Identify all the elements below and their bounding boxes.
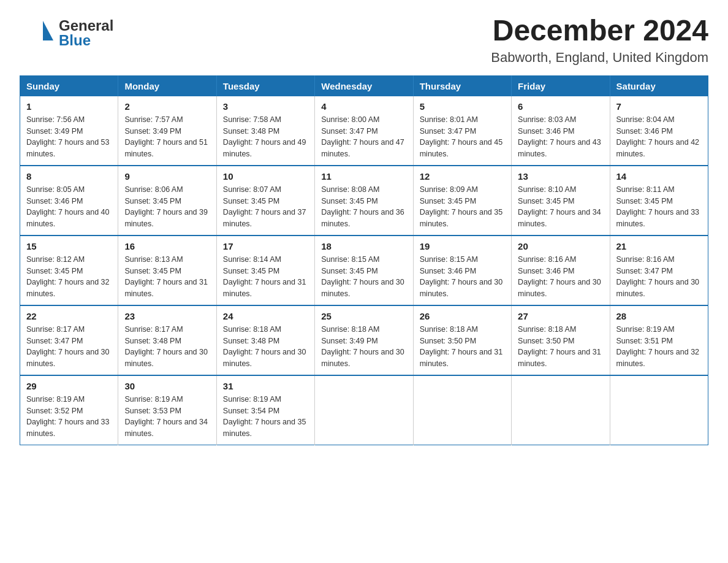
day-number: 19: [420, 241, 505, 251]
day-info: Sunrise: 8:04 AMSunset: 3:46 PMDaylight:…: [616, 114, 702, 160]
calendar-cell: 29Sunrise: 8:19 AMSunset: 3:52 PMDayligh…: [20, 375, 118, 445]
day-of-week-header: Friday: [512, 75, 610, 96]
calendar-cell: 4Sunrise: 8:00 AMSunset: 3:47 PMDaylight…: [315, 96, 413, 166]
calendar-week-row: 1Sunrise: 7:56 AMSunset: 3:49 PMDaylight…: [20, 96, 708, 166]
day-number: 9: [124, 171, 210, 182]
calendar-header-row: SundayMondayTuesdayWednesdayThursdayFrid…: [20, 75, 708, 96]
day-number: 8: [26, 171, 112, 182]
day-number: 28: [616, 311, 702, 321]
svg-marker-0: [43, 21, 53, 40]
day-info: Sunrise: 8:15 AMSunset: 3:46 PMDaylight:…: [420, 254, 505, 300]
day-info: Sunrise: 8:01 AMSunset: 3:47 PMDaylight:…: [420, 114, 505, 160]
day-of-week-header: Tuesday: [216, 75, 314, 96]
day-number: 14: [616, 171, 702, 182]
calendar-cell: [610, 375, 708, 445]
calendar-cell: 18Sunrise: 8:15 AMSunset: 3:45 PMDayligh…: [315, 236, 413, 305]
logo-icon: [20, 15, 56, 52]
day-info: Sunrise: 8:18 AMSunset: 3:48 PMDaylight:…: [223, 324, 308, 370]
calendar-cell: 11Sunrise: 8:08 AMSunset: 3:45 PMDayligh…: [315, 166, 413, 236]
calendar-cell: 1Sunrise: 7:56 AMSunset: 3:49 PMDaylight…: [20, 96, 118, 166]
day-number: 2: [124, 101, 210, 112]
calendar-week-row: 15Sunrise: 8:12 AMSunset: 3:45 PMDayligh…: [20, 236, 708, 305]
day-info: Sunrise: 8:03 AMSunset: 3:46 PMDaylight:…: [518, 114, 603, 160]
calendar-cell: [512, 375, 610, 445]
day-info: Sunrise: 8:07 AMSunset: 3:45 PMDaylight:…: [223, 184, 308, 230]
day-number: 6: [518, 101, 603, 112]
calendar-cell: 14Sunrise: 8:11 AMSunset: 3:45 PMDayligh…: [610, 166, 708, 236]
day-of-week-header: Sunday: [20, 75, 118, 96]
day-number: 15: [26, 241, 112, 251]
calendar-cell: 19Sunrise: 8:15 AMSunset: 3:46 PMDayligh…: [413, 236, 511, 305]
day-number: 29: [26, 381, 112, 391]
calendar-week-row: 29Sunrise: 8:19 AMSunset: 3:52 PMDayligh…: [20, 375, 708, 445]
day-number: 18: [321, 241, 406, 251]
day-info: Sunrise: 8:16 AMSunset: 3:46 PMDaylight:…: [518, 254, 603, 300]
calendar-cell: 15Sunrise: 8:12 AMSunset: 3:45 PMDayligh…: [20, 236, 118, 305]
calendar-cell: 8Sunrise: 8:05 AMSunset: 3:46 PMDaylight…: [20, 166, 118, 236]
logo: General Blue: [20, 15, 113, 52]
day-number: 11: [321, 171, 406, 182]
day-info: Sunrise: 8:16 AMSunset: 3:47 PMDaylight:…: [616, 254, 702, 300]
calendar-week-row: 22Sunrise: 8:17 AMSunset: 3:47 PMDayligh…: [20, 305, 708, 375]
day-info: Sunrise: 8:18 AMSunset: 3:50 PMDaylight:…: [518, 324, 603, 370]
logo-words: General Blue: [59, 18, 113, 48]
day-of-week-header: Wednesday: [315, 75, 413, 96]
day-number: 26: [420, 311, 505, 321]
day-info: Sunrise: 8:15 AMSunset: 3:45 PMDaylight:…: [321, 254, 406, 300]
calendar-cell: 22Sunrise: 8:17 AMSunset: 3:47 PMDayligh…: [20, 305, 118, 375]
calendar-cell: 21Sunrise: 8:16 AMSunset: 3:47 PMDayligh…: [610, 236, 708, 305]
day-info: Sunrise: 8:11 AMSunset: 3:45 PMDaylight:…: [616, 184, 702, 230]
day-info: Sunrise: 8:10 AMSunset: 3:45 PMDaylight:…: [518, 184, 603, 230]
calendar-cell: 10Sunrise: 8:07 AMSunset: 3:45 PMDayligh…: [216, 166, 314, 236]
calendar-cell: [413, 375, 511, 445]
calendar-title: December 2024: [491, 15, 708, 47]
calendar-cell: [315, 375, 413, 445]
day-of-week-header: Saturday: [610, 75, 708, 96]
calendar-cell: 12Sunrise: 8:09 AMSunset: 3:45 PMDayligh…: [413, 166, 511, 236]
day-info: Sunrise: 8:06 AMSunset: 3:45 PMDaylight:…: [124, 184, 210, 230]
calendar-cell: 25Sunrise: 8:18 AMSunset: 3:49 PMDayligh…: [315, 305, 413, 375]
day-number: 10: [223, 171, 308, 182]
day-number: 23: [124, 311, 210, 321]
calendar-table: SundayMondayTuesdayWednesdayThursdayFrid…: [20, 75, 708, 445]
day-info: Sunrise: 8:13 AMSunset: 3:45 PMDaylight:…: [124, 254, 210, 300]
day-number: 25: [321, 311, 406, 321]
title-section: December 2024 Babworth, England, United …: [491, 15, 708, 66]
calendar-cell: 24Sunrise: 8:18 AMSunset: 3:48 PMDayligh…: [216, 305, 314, 375]
calendar-cell: 30Sunrise: 8:19 AMSunset: 3:53 PMDayligh…: [118, 375, 216, 445]
day-number: 12: [420, 171, 505, 182]
day-info: Sunrise: 8:18 AMSunset: 3:50 PMDaylight:…: [420, 324, 505, 370]
day-number: 24: [223, 311, 308, 321]
day-info: Sunrise: 7:56 AMSunset: 3:49 PMDaylight:…: [26, 114, 112, 160]
day-number: 21: [616, 241, 702, 251]
day-number: 13: [518, 171, 603, 182]
day-info: Sunrise: 8:17 AMSunset: 3:48 PMDaylight:…: [124, 324, 210, 370]
calendar-cell: 20Sunrise: 8:16 AMSunset: 3:46 PMDayligh…: [512, 236, 610, 305]
calendar-cell: 5Sunrise: 8:01 AMSunset: 3:47 PMDaylight…: [413, 96, 511, 166]
day-number: 16: [124, 241, 210, 251]
day-number: 27: [518, 311, 603, 321]
day-info: Sunrise: 8:19 AMSunset: 3:54 PMDaylight:…: [223, 394, 308, 440]
day-number: 1: [26, 101, 112, 112]
calendar-cell: 26Sunrise: 8:18 AMSunset: 3:50 PMDayligh…: [413, 305, 511, 375]
calendar-cell: 9Sunrise: 8:06 AMSunset: 3:45 PMDaylight…: [118, 166, 216, 236]
calendar-cell: 13Sunrise: 8:10 AMSunset: 3:45 PMDayligh…: [512, 166, 610, 236]
calendar-cell: 17Sunrise: 8:14 AMSunset: 3:45 PMDayligh…: [216, 236, 314, 305]
logo-general-text: General: [59, 18, 113, 33]
day-info: Sunrise: 8:18 AMSunset: 3:49 PMDaylight:…: [321, 324, 406, 370]
day-info: Sunrise: 8:09 AMSunset: 3:45 PMDaylight:…: [420, 184, 505, 230]
day-number: 17: [223, 241, 308, 251]
day-info: Sunrise: 8:19 AMSunset: 3:52 PMDaylight:…: [26, 394, 112, 440]
day-info: Sunrise: 8:17 AMSunset: 3:47 PMDaylight:…: [26, 324, 112, 370]
day-info: Sunrise: 8:14 AMSunset: 3:45 PMDaylight:…: [223, 254, 308, 300]
day-info: Sunrise: 8:05 AMSunset: 3:46 PMDaylight:…: [26, 184, 112, 230]
calendar-cell: 3Sunrise: 7:58 AMSunset: 3:48 PMDaylight…: [216, 96, 314, 166]
day-of-week-header: Monday: [118, 75, 216, 96]
day-info: Sunrise: 7:57 AMSunset: 3:49 PMDaylight:…: [124, 114, 210, 160]
calendar-cell: 6Sunrise: 8:03 AMSunset: 3:46 PMDaylight…: [512, 96, 610, 166]
day-info: Sunrise: 8:19 AMSunset: 3:51 PMDaylight:…: [616, 324, 702, 370]
calendar-cell: 2Sunrise: 7:57 AMSunset: 3:49 PMDaylight…: [118, 96, 216, 166]
day-info: Sunrise: 7:58 AMSunset: 3:48 PMDaylight:…: [223, 114, 308, 160]
calendar-week-row: 8Sunrise: 8:05 AMSunset: 3:46 PMDaylight…: [20, 166, 708, 236]
calendar-cell: 16Sunrise: 8:13 AMSunset: 3:45 PMDayligh…: [118, 236, 216, 305]
